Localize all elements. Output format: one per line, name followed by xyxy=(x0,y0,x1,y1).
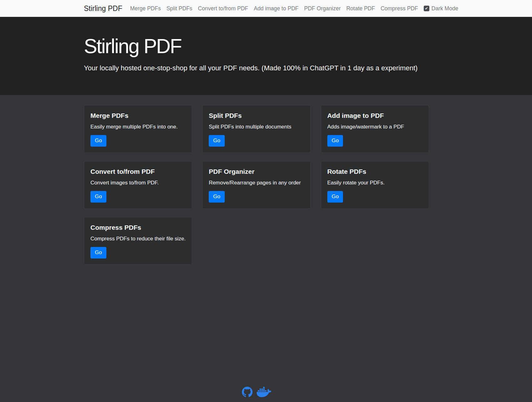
card-description-add-image-to-pdf: Adds image/watermark to a PDF xyxy=(327,123,422,130)
card-title-add-image-to-pdf: Add image to PDF xyxy=(327,112,422,119)
go-button-pdf-organizer[interactable]: Go xyxy=(209,191,225,202)
card-description-convert-pdf: Convert images to/from PDF. xyxy=(90,179,186,186)
navbar: Stirling PDF Merge PDFs Split PDFs Conve… xyxy=(0,0,532,17)
card-title-pdf-organizer: PDF Organizer xyxy=(209,168,304,175)
page-subtitle: Your locally hosted one-stop-shop for al… xyxy=(84,63,429,73)
card-row-1: Merge PDFs Easily merge multiple PDFs in… xyxy=(79,105,434,153)
hero-jumbotron: Stirling PDF Your locally hosted one-sto… xyxy=(0,17,532,95)
card-rotate-pdfs: Rotate PDFs Easily rotate your PDFs. Go xyxy=(321,161,429,209)
card-description-merge-pdfs: Easily merge multiple PDFs into one. xyxy=(90,123,186,130)
card-split-pdfs: Split PDFs Split PDFs into multiple docu… xyxy=(202,105,310,153)
github-link[interactable] xyxy=(242,387,253,397)
nav-convert-pdf[interactable]: Convert to/from PDF xyxy=(195,5,251,12)
nav-split-pdfs[interactable]: Split PDFs xyxy=(164,5,195,12)
card-row-2: Convert to/from PDF Convert images to/fr… xyxy=(79,161,434,209)
go-button-split-pdfs[interactable]: Go xyxy=(209,135,225,146)
dark-mode-label: Dark Mode xyxy=(432,5,458,12)
card-convert-pdf: Convert to/from PDF Convert images to/fr… xyxy=(84,161,192,209)
card-compress-pdfs: Compress PDFs Compress PDFs to reduce th… xyxy=(84,217,192,265)
nav-add-image-to-pdf[interactable]: Add image to PDF xyxy=(251,5,301,12)
nav-pdf-organizer[interactable]: PDF Organizer xyxy=(301,5,344,12)
go-button-convert-pdf[interactable]: Go xyxy=(90,191,106,202)
dark-mode-toggle[interactable]: Dark Mode xyxy=(424,5,458,12)
dark-mode-checkbox[interactable] xyxy=(424,6,429,11)
docker-icon xyxy=(257,386,271,398)
hero-inner: Stirling PDF Your locally hosted one-sto… xyxy=(79,17,434,73)
card-row-3: Compress PDFs Compress PDFs to reduce th… xyxy=(79,217,434,265)
card-description-rotate-pdfs: Easily rotate your PDFs. xyxy=(327,179,422,186)
go-button-compress-pdfs[interactable]: Go xyxy=(90,247,106,258)
docker-link[interactable] xyxy=(257,386,271,398)
go-button-add-image-to-pdf[interactable]: Go xyxy=(327,135,343,146)
card-title-convert-pdf: Convert to/from PDF xyxy=(90,168,186,175)
navbar-links: Merge PDFs Split PDFs Convert to/from PD… xyxy=(127,5,458,12)
nav-compress-pdf[interactable]: Compress PDF xyxy=(378,5,421,12)
go-button-merge-pdfs[interactable]: Go xyxy=(90,135,106,146)
card-pdf-organizer: PDF Organizer Remove/Rearrange pages in … xyxy=(202,161,310,209)
github-icon xyxy=(242,387,253,397)
card-add-image-to-pdf: Add image to PDF Adds image/watermark to… xyxy=(321,105,429,153)
card-merge-pdfs: Merge PDFs Easily merge multiple PDFs in… xyxy=(84,105,192,153)
card-description-pdf-organizer: Remove/Rearrange pages in any order xyxy=(209,179,304,186)
footer xyxy=(79,386,434,398)
card-title-rotate-pdfs: Rotate PDFs xyxy=(327,168,422,175)
nav-rotate-pdf[interactable]: Rotate PDF xyxy=(344,5,378,12)
card-title-merge-pdfs: Merge PDFs xyxy=(90,112,186,119)
nav-merge-pdfs[interactable]: Merge PDFs xyxy=(127,5,164,12)
card-description-compress-pdfs: Compress PDFs to reduce their file size. xyxy=(90,235,186,242)
navbar-inner: Stirling PDF Merge PDFs Split PDFs Conve… xyxy=(79,0,434,17)
feature-card-grid: Merge PDFs Easily merge multiple PDFs in… xyxy=(79,95,434,265)
card-title-split-pdfs: Split PDFs xyxy=(209,112,304,119)
go-button-rotate-pdfs[interactable]: Go xyxy=(327,191,343,202)
card-title-compress-pdfs: Compress PDFs xyxy=(90,224,186,231)
page-title: Stirling PDF xyxy=(84,35,429,58)
navbar-brand[interactable]: Stirling PDF xyxy=(84,4,122,13)
card-description-split-pdfs: Split PDFs into multiple documents xyxy=(209,123,304,130)
